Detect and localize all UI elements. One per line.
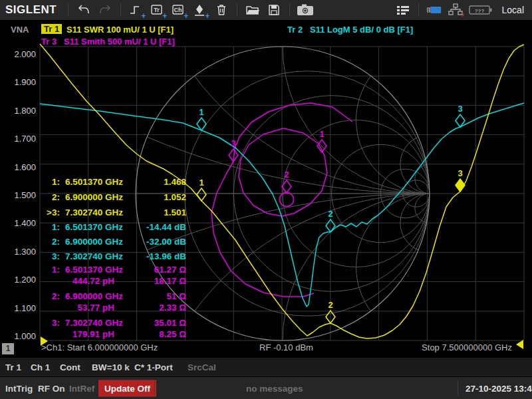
save-icon[interactable] (265, 2, 283, 18)
marker-table-subrow: 53.77 pH2.33 Ω (41, 303, 186, 315)
channel-badge[interactable]: 1 (2, 343, 14, 354)
status-item-intref[interactable]: IntRef (69, 383, 94, 393)
usb-status-icon[interactable] (426, 2, 443, 18)
y-axis-tick-label: 1.400 (0, 218, 36, 228)
delete-icon[interactable] (213, 2, 230, 18)
marker-table-row: 1:6.501370 GHz1.468 (41, 177, 186, 189)
add-trace-icon[interactable]: Tr + (149, 2, 166, 18)
trace3-label[interactable]: Tr 3 S11 Smith 500 mU/ 1 U [F1] (41, 37, 175, 47)
status-item-ch-1[interactable]: Ch 1 (31, 362, 50, 372)
marker-table-subrow: 179.91 pH8.25 Ω (41, 329, 186, 341)
marker-diamond[interactable] (456, 179, 465, 192)
marker-number: 3 (458, 104, 462, 114)
marker-number: 3 (231, 138, 235, 148)
y-axis-tick-label: 1.100 (0, 303, 36, 313)
marker-number: 2 (328, 300, 332, 310)
y-axis-tick-label: 1.200 (0, 275, 36, 285)
status-item-tr-1[interactable]: Tr 1 (5, 362, 21, 372)
status-bar-system: Update Off no messages 27-10-2025 13:47 … (0, 377, 532, 399)
open-file-icon[interactable] (244, 2, 261, 18)
y-axis-tick-label: 1.500 (0, 190, 36, 200)
trace1-badge[interactable]: Tr 1 (41, 24, 62, 34)
marker-table-row: >3:7.302740 GHz1.501 (41, 207, 186, 219)
lan-error-icon[interactable]: ✕ (447, 2, 464, 18)
marker-number: 2 (284, 170, 289, 180)
marker-table-row: 1:6.501370 GHz-14.44 dB (41, 222, 186, 234)
vna-label: VNA (11, 25, 29, 35)
rf-power-label: RF -0.10 dBm (259, 342, 313, 352)
y-axis-tick-label: 1.800 (0, 105, 36, 115)
svg-text:✕: ✕ (461, 11, 464, 17)
y-axis-tick-label: 2.000 (0, 49, 36, 59)
marker-number: 1 (199, 107, 203, 117)
svg-text:Tr: Tr (154, 7, 160, 13)
trace2-label[interactable]: Tr 2 S11 LogM 5 dB/ 0 dB [F1] (287, 25, 413, 35)
undo-icon[interactable] (75, 2, 92, 18)
svg-text:???: ??? (474, 8, 484, 14)
toolbar: SIGLENT + Tr + Ch + + ✕ (0, 0, 532, 20)
status-item-cont[interactable]: Cont (60, 362, 80, 372)
marker-table-row: 1:6.501370 GHz61.27 Ω (41, 265, 186, 277)
screenshot-icon[interactable] (297, 2, 314, 18)
y-axis-tick-label: 1.600 (0, 162, 36, 172)
status-item-srccal[interactable]: SrcCal (188, 362, 216, 372)
marker-table-row: 3:7.302740 GHz-13.96 dB (41, 251, 186, 263)
reference-triangle (516, 340, 523, 349)
start-frequency-label: >Ch1: Start 6.000000000 GHz (41, 342, 158, 352)
marker-table-row: 2:6.900000 GHz1.052 (41, 192, 186, 204)
message-label: no messages (246, 383, 303, 393)
y-axis-tick-label: 1.000 (0, 331, 36, 341)
marker-table-subrow: 444.72 pH18.17 Ω (41, 276, 186, 288)
stop-frequency-label: Stop 7.500000000 GHz (422, 342, 512, 352)
status-item-rf on[interactable]: RF On (38, 383, 65, 393)
trace1-label[interactable]: S11 SWR 100 mU/ 1 U [F1] (66, 25, 174, 35)
marker-number: 1 (199, 178, 203, 188)
datetime-label: 27-10-2025 13:47 (466, 383, 532, 393)
marker-diamond[interactable] (197, 118, 206, 130)
menu-list-icon[interactable] (394, 2, 412, 18)
add-limit-icon[interactable]: + (128, 2, 145, 18)
redo-icon[interactable] (96, 2, 114, 18)
add-channel-icon[interactable]: Ch + (170, 2, 188, 18)
marker-table-row: 2:6.900000 GHz51 Ω (41, 291, 186, 303)
local-mode-label[interactable]: Local (502, 5, 524, 15)
marker-table-row: 2:6.900000 GHz-32.00 dB (41, 237, 186, 249)
battery-status-icon[interactable]: ??? (468, 2, 493, 18)
status-item-inttrig[interactable]: IntTrig (5, 383, 33, 393)
siglent-logo: SIGLENT (5, 3, 57, 17)
marker-diamond[interactable] (197, 188, 206, 201)
marker-table-row: 3:7.302740 GHz35.01 Ω (41, 318, 186, 330)
svg-text:Ch: Ch (174, 7, 182, 13)
marker-number: 3 (458, 168, 462, 178)
marker-number: 1 (319, 129, 324, 139)
y-axis-tick-label: 1.700 (0, 134, 36, 144)
y-axis-tick-label: 1.300 (0, 246, 36, 256)
add-marker-icon[interactable]: + (192, 2, 209, 18)
y-axis-tick-label: 1.900 (0, 77, 36, 87)
status-item-c-1-port[interactable]: C* 1-Port (134, 362, 173, 372)
status-bar-trace: Tr 1Ch 1ContBW=10 kC* 1-PortSrcCal (0, 358, 532, 376)
marker-number: 2 (328, 209, 332, 219)
update-off-badge[interactable]: Update Off (98, 380, 156, 396)
status-item-bw-10-k[interactable]: BW=10 k (92, 362, 130, 372)
